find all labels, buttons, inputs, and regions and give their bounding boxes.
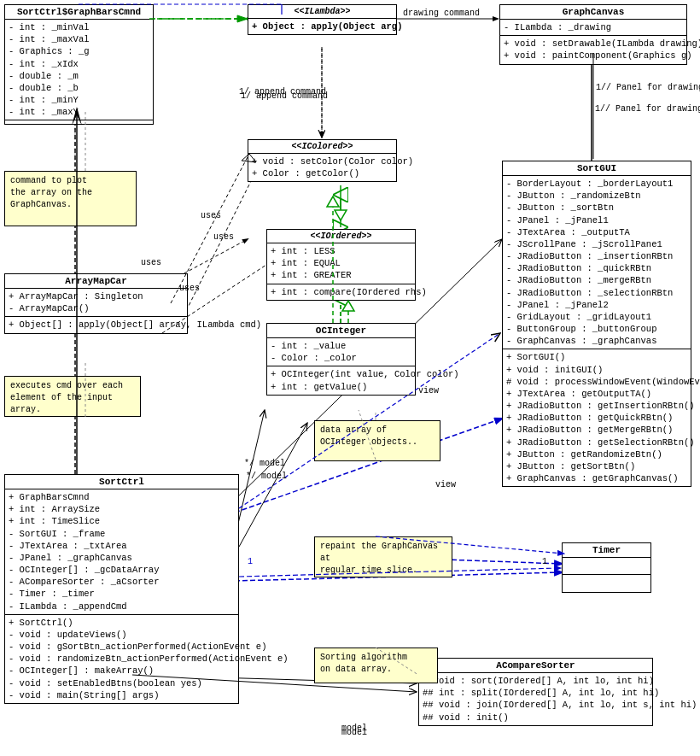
svg-text:1: 1 bbox=[248, 557, 253, 566]
svg-marker-40 bbox=[327, 196, 339, 207]
box-title: <<ILambda>> bbox=[248, 5, 396, 19]
box-arraymapcar: ArrayMapCar + ArrayMapCar : Singleton - … bbox=[4, 273, 188, 334]
methods-section: + OCInteger(int value, Color color) + in… bbox=[267, 366, 415, 394]
svg-text:drawing command: drawing command bbox=[403, 9, 480, 18]
svg-text:1/ append command: 1/ append command bbox=[239, 87, 326, 97]
box-title: <<IColored>> bbox=[248, 140, 396, 154]
box-sortgui: SortGUI - BorderLayout : _borderLayout1 … bbox=[502, 161, 691, 487]
fields-section: + void : sort(IOrdered[] A, int lo, int … bbox=[419, 673, 652, 725]
svg-line-20 bbox=[235, 410, 265, 538]
box-ocinteger: OCInteger - int : _value - Color : _colo… bbox=[266, 323, 416, 396]
fields-section: + int : LESS + int : EQUAL + int : GREAT… bbox=[267, 243, 415, 284]
box-title: <<IOrdered>> bbox=[267, 230, 415, 243]
note-data-array: data array ofOCInteger objects.. bbox=[314, 420, 440, 461]
methods-section: + void : setDrawable(ILambda drawing) + … bbox=[500, 36, 686, 63]
svg-line-16 bbox=[184, 171, 256, 316]
svg-text:1// Panel for drawing: 1// Panel for drawing bbox=[595, 104, 700, 114]
box-title: OCInteger bbox=[267, 324, 415, 338]
box-title: ACompareSorter bbox=[419, 659, 652, 673]
svg-text:uses: uses bbox=[213, 232, 234, 242]
fields-section: + ArrayMapCar : Singleton - ArrayMapCar(… bbox=[5, 289, 187, 317]
box-title: SortGUI bbox=[503, 161, 691, 176]
box-title: GraphCanvas bbox=[500, 5, 686, 20]
fields-section: + GraphBarsCmnd + int : ArraySize + int … bbox=[5, 489, 238, 615]
methods-section bbox=[563, 575, 650, 592]
fields-section: - BorderLayout : _borderLayout1 - JButto… bbox=[503, 176, 691, 349]
methods-section: + void : setColor(Color color) + Color :… bbox=[248, 154, 396, 181]
svg-line-51 bbox=[239, 423, 307, 547]
methods-section bbox=[5, 120, 153, 124]
svg-line-28 bbox=[444, 560, 562, 564]
methods-section: + SortGUI() + void : initGUI() # void : … bbox=[503, 349, 691, 486]
methods-section: + Object[] : apply(Object[] array, ILamb… bbox=[5, 317, 187, 332]
box-sortctrl-graphbarscmnd: SortCtrl$GraphBarsCmnd - int : _minVal -… bbox=[4, 4, 154, 125]
svg-text:model: model bbox=[341, 728, 367, 737]
box-sortctrl: SortCtrl + GraphBarsCmnd + int : ArraySi… bbox=[4, 474, 239, 704]
svg-text:*/ model: */ model bbox=[246, 472, 287, 481]
box-iordered: <<IOrdered>> + int : LESS + int : EQUAL … bbox=[266, 229, 416, 301]
box-title: ArrayMapCar bbox=[5, 274, 187, 289]
fields-section: - int : _minVal - int : _maxVal - Graphi… bbox=[5, 20, 153, 120]
svg-text:view: view bbox=[418, 386, 439, 396]
note-executes-cmd: executes cmd over eachelement of the inp… bbox=[4, 376, 141, 417]
svg-text:model: model bbox=[341, 724, 367, 733]
svg-text:1/ append command: 1/ append command bbox=[241, 91, 328, 101]
fields-section bbox=[563, 558, 650, 575]
svg-text:uses: uses bbox=[201, 211, 221, 220]
svg-text:uses: uses bbox=[141, 258, 161, 267]
fields-section: - ILambda : _drawing bbox=[500, 20, 686, 36]
note-repaint: repaint the GraphCanvas atregular time s… bbox=[314, 536, 452, 577]
methods-section: + SortCtrl() - void : updateViews() - vo… bbox=[5, 615, 238, 703]
svg-text:*/ model: */ model bbox=[244, 459, 285, 468]
svg-text:1: 1 bbox=[542, 557, 547, 566]
box-acomparesorter: ACompareSorter + void : sort(IOrdered[] … bbox=[418, 658, 653, 726]
box-title: SortCtrl$GraphBarsCmnd bbox=[5, 5, 153, 20]
fields-section: - int : _value - Color : _color bbox=[267, 338, 415, 366]
svg-marker-42 bbox=[342, 301, 354, 311]
svg-marker-38 bbox=[335, 210, 347, 220]
box-ilambda: <<ILambda>> + Object : apply(Object arg) bbox=[248, 4, 397, 35]
box-timer: Timer bbox=[562, 542, 651, 593]
box-icolored: <<IColored>> + void : setColor(Color col… bbox=[248, 139, 397, 182]
svg-text:1// Panel for drawing: 1// Panel for drawing bbox=[596, 83, 700, 92]
box-title: Timer bbox=[563, 543, 650, 558]
box-graphcanvas: GraphCanvas - ILambda : _drawing + void … bbox=[499, 4, 687, 65]
svg-text:view: view bbox=[435, 480, 456, 489]
note-sorting: Sorting algorithmon data array. bbox=[314, 648, 438, 683]
methods-section: + int : compare(IOrdered rhs) bbox=[267, 284, 415, 300]
box-title: SortCtrl bbox=[5, 475, 238, 489]
methods-section: + Object : apply(Object arg) bbox=[248, 19, 396, 34]
note-command-to-plot: command to plotthe array on theGraphCanv… bbox=[4, 171, 137, 226]
